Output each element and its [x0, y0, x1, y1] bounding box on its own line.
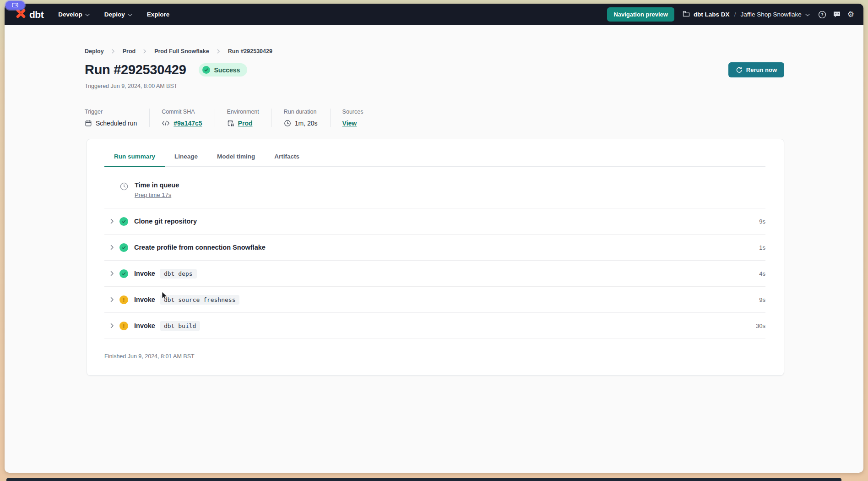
- nav-menu-label: Develop: [58, 11, 82, 18]
- step-command: dbt deps: [160, 269, 197, 279]
- queue-clock-icon: [119, 182, 129, 199]
- meta-value: Scheduled run: [96, 120, 137, 127]
- prep-time-link[interactable]: Prep time 17s: [135, 191, 171, 198]
- finished-timestamp: Finished Jun 9, 2024, 8:01 AM BST: [104, 353, 765, 360]
- step-row[interactable]: Invokedbt build30s: [104, 313, 765, 339]
- step-duration: 1s: [759, 244, 765, 251]
- step-command: dbt source freshness: [160, 295, 240, 305]
- refresh-icon: [736, 66, 743, 73]
- app-window: dbt DevelopDeployExplore Navigation prev…: [5, 4, 863, 473]
- breadcrumb-separator-icon: [143, 49, 146, 54]
- meta-column-sources: SourcesView: [330, 109, 376, 127]
- nav-menus: DevelopDeployExplore: [43, 11, 169, 18]
- expand-chevron-icon[interactable]: [110, 323, 114, 328]
- nav-menu-label: Deploy: [104, 11, 125, 18]
- step-duration: 9s: [759, 296, 765, 303]
- dock-bar: [6, 478, 841, 481]
- run-detail-page: DeployProdProd Full SnowflakeRun #292530…: [5, 25, 863, 376]
- meta-label: Sources: [342, 109, 363, 115]
- breadcrumb-item[interactable]: Prod Full Snowflake: [154, 48, 209, 55]
- rerun-now-label: Rerun now: [746, 66, 777, 73]
- meta-value[interactable]: #9a147c5: [174, 120, 202, 127]
- nav-menu-develop[interactable]: Develop: [58, 11, 90, 18]
- step-duration: 30s: [756, 322, 765, 329]
- tab-run-summary[interactable]: Run summary: [104, 153, 165, 167]
- meta-column-commit-sha: Commit SHA#9a147c5: [149, 109, 214, 127]
- queue-title: Time in queue: [135, 181, 179, 189]
- step-command: dbt build: [160, 321, 200, 331]
- meta-column-trigger: TriggerScheduled run: [85, 109, 149, 127]
- success-dot-icon: [202, 66, 210, 74]
- step-label: Invoke: [134, 296, 155, 303]
- breadcrumb-separator-icon: [217, 49, 220, 54]
- triggered-timestamp: Triggered Jun 9, 2024, 8:00 AM BST: [85, 83, 784, 89]
- expand-chevron-icon[interactable]: [110, 297, 114, 302]
- help-icon[interactable]: ?: [818, 11, 826, 19]
- expand-chevron-icon[interactable]: [110, 271, 114, 276]
- nav-menu-deploy[interactable]: Deploy: [104, 11, 132, 18]
- breadcrumb-item[interactable]: Run #292530429: [228, 48, 272, 55]
- navigation-preview-button[interactable]: Navigation preview: [607, 7, 674, 22]
- run-meta-row: TriggerScheduled runCommit SHA#9a147c5En…: [85, 109, 784, 127]
- step-label: Invoke: [134, 270, 155, 277]
- steps-list: Clone git repository9sCreate profile fro…: [104, 208, 765, 339]
- crumb-separator: /: [734, 11, 736, 18]
- calendar-icon: [85, 120, 92, 127]
- run-summary-card: Run summaryLineageModel timingArtifacts …: [87, 139, 784, 376]
- tab-model-timing[interactable]: Model timing: [207, 153, 265, 167]
- step-label: Clone git repository: [134, 218, 197, 225]
- success-check-icon: [119, 217, 128, 226]
- meta-label: Environment: [227, 109, 259, 115]
- breadcrumb-item[interactable]: Deploy: [85, 48, 104, 55]
- nav-menu-label: Explore: [147, 11, 170, 18]
- expand-chevron-icon[interactable]: [110, 219, 114, 224]
- breadcrumb-item[interactable]: Prod: [123, 48, 136, 55]
- success-check-icon: [119, 269, 128, 278]
- chevron-down-icon: [128, 14, 132, 16]
- folder-icon: [683, 11, 690, 18]
- screen-share-pill[interactable]: [5, 1, 25, 10]
- rerun-now-button[interactable]: Rerun now: [728, 62, 784, 77]
- environment-icon: [227, 120, 234, 127]
- page-title: Run #292530429: [85, 62, 186, 77]
- screen-share-icon: [12, 1, 18, 10]
- meta-value[interactable]: View: [342, 120, 357, 127]
- top-navbar: dbt DevelopDeployExplore Navigation prev…: [5, 4, 863, 25]
- account-name[interactable]: dbt Labs DX: [694, 11, 730, 18]
- tab-lineage[interactable]: Lineage: [165, 153, 207, 167]
- meta-column-environment: EnvironmentProd: [215, 109, 271, 127]
- feedback-icon[interactable]: [833, 11, 841, 18]
- chevron-down-icon: [805, 14, 810, 16]
- settings-gear-icon[interactable]: ⚙: [847, 11, 854, 18]
- svg-text:?: ?: [821, 12, 824, 17]
- tab-bar: Run summaryLineageModel timingArtifacts: [104, 139, 765, 167]
- expand-chevron-icon[interactable]: [110, 245, 114, 250]
- step-row[interactable]: Create profile from connection Snowflake…: [104, 235, 765, 261]
- warning-icon: [119, 295, 128, 304]
- clock-icon: [284, 120, 291, 127]
- time-in-queue-section: Time in queue Prep time 17s: [104, 167, 765, 208]
- meta-column-run-duration: Run duration1m, 20s: [271, 109, 330, 127]
- step-row[interactable]: Invokedbt source freshness9s: [104, 287, 765, 313]
- status-badge: Success: [199, 63, 248, 77]
- step-label: Invoke: [134, 322, 155, 329]
- step-duration: 9s: [759, 218, 765, 225]
- success-check-icon: [119, 243, 128, 252]
- tab-artifacts[interactable]: Artifacts: [265, 153, 309, 167]
- step-row[interactable]: Invokedbt deps4s: [104, 261, 765, 287]
- step-duration: 4s: [759, 270, 765, 277]
- project-name[interactable]: Jaffle Shop Snowflake: [740, 11, 801, 18]
- meta-value[interactable]: Prod: [238, 120, 253, 127]
- meta-label: Commit SHA: [162, 109, 202, 115]
- code-icon: [162, 120, 170, 126]
- meta-value: 1m, 20s: [295, 120, 318, 127]
- step-label: Create profile from connection Snowflake: [134, 244, 266, 251]
- account-project-switcher[interactable]: dbt Labs DX / Jaffle Shop Snowflake: [683, 11, 810, 18]
- status-badge-label: Success: [214, 66, 240, 74]
- meta-label: Run duration: [284, 109, 318, 115]
- step-row[interactable]: Clone git repository9s: [104, 208, 765, 235]
- meta-label: Trigger: [85, 109, 137, 115]
- nav-menu-explore[interactable]: Explore: [147, 11, 170, 18]
- dbt-logo-text: dbt: [29, 9, 43, 20]
- warning-icon: [119, 322, 128, 330]
